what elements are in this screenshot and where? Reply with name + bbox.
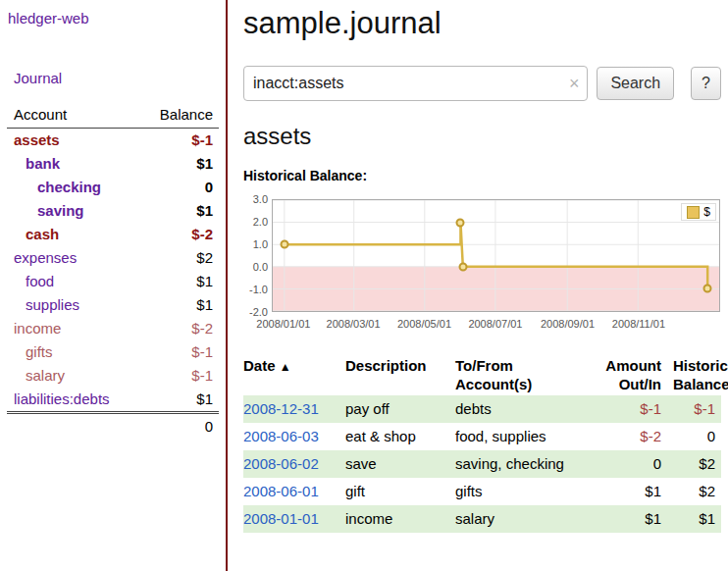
register-header-amount-line1: Amount [605,357,661,374]
account-link[interactable]: gifts [26,343,53,360]
accounts-header-row: Account Balance [7,106,219,129]
transaction-date-link[interactable]: 2008-12-31 [243,400,319,417]
x-tick-label: 2008/01/01 [256,318,310,330]
page-title: sample.journal [243,6,721,41]
search-box: × [243,66,588,101]
main-content: sample.journal × Search ? assets Histori… [243,0,721,533]
transaction-date-cell: 2008-01-01 [243,505,339,533]
y-tick-label: 3.0 [253,193,268,205]
account-link[interactable]: saving [37,202,84,219]
register-row: 2008-01-01 income salary $1 $1 [243,505,721,533]
app-brand-link[interactable]: hledger-web [8,10,226,26]
account-link[interactable]: salary [26,367,65,384]
register-row: 2008-06-01 gift gifts $1 $2 [243,478,721,505]
chart-data-point [280,240,288,249]
account-row: supplies $1 [7,293,219,317]
x-tick-label: 2008/11/01 [612,318,665,330]
account-link[interactable]: cash [26,226,59,242]
account-row: gifts $-1 [7,340,219,364]
transaction-accounts: salary [449,505,573,533]
clear-search-icon[interactable]: × [569,75,580,92]
y-tick-label: 2.0 [253,216,268,228]
account-name-cell: food [7,270,135,293]
account-balance: $-2 [135,317,219,340]
transaction-accounts: food, supplies [449,423,573,450]
account-row: bank $1 [7,152,219,176]
x-tick-label: 2008/09/01 [541,318,595,330]
register-header-balance-line1: Historical [673,357,728,374]
account-row: assets $-1 [7,129,219,153]
accounts-header-balance: Balance [135,106,219,129]
balance-chart: 3.02.01.00.0-1.0-2.0 $ 2008/01/012008/03… [243,199,721,333]
account-link[interactable]: supplies [26,296,79,313]
account-name-cell: salary [7,364,135,388]
register-row: 2008-06-03 eat & shop food, supplies $-2… [243,423,721,450]
account-row: expenses $2 [7,246,219,270]
account-name-cell: income [7,317,135,340]
transaction-date-cell: 2008-06-03 [243,423,339,450]
account-link[interactable]: food [26,273,54,289]
transaction-balance: $1 [667,505,721,533]
legend-swatch-icon [687,206,700,219]
transaction-date-cell: 2008-12-31 [243,395,339,423]
x-tick-label: 2008/05/01 [397,318,451,330]
accounts-table: Account Balance assets $-1 bank $1 check… [7,106,219,439]
account-name-cell: cash [7,223,135,246]
transaction-balance: 0 [667,423,721,450]
register-row: 2008-12-31 pay off debts $-1 $-1 [243,395,721,423]
register-header-description-label: Description [345,357,427,374]
register-header-date[interactable]: Date ▲ [243,354,339,395]
accounts-total: 0 [135,413,219,440]
register-header-amount-line2: Out/In [619,376,661,392]
transaction-description: pay off [339,395,449,423]
account-balance: $1 [135,293,219,317]
transaction-amount: $-2 [573,423,667,450]
accounts-body: assets $-1 bank $1 checking 0 saving $1 … [7,129,219,413]
register-header-date-label: Date [243,357,276,374]
account-link[interactable]: checking [37,179,101,195]
register-header-balance: Historical Balance [667,354,721,395]
y-tick-label: -1.0 [249,284,268,295]
account-balance: $-1 [135,340,219,364]
chart-data-point [703,285,712,293]
account-name-cell: assets [7,129,135,153]
account-name-cell: supplies [7,293,135,317]
legend-label: $ [703,205,710,219]
account-name-cell: liabilities:debts [7,388,135,413]
y-tick-label: 0.0 [253,261,268,273]
help-button[interactable]: ? [691,67,721,100]
transaction-date-link[interactable]: 2008-01-01 [243,510,319,527]
transaction-date-link[interactable]: 2008-06-01 [243,483,319,499]
account-link[interactable]: expenses [14,249,77,266]
transaction-amount: 0 [573,450,667,478]
transaction-amount: $1 [573,505,667,533]
register-header-accounts: To/From Account(s) [449,354,573,395]
account-name-cell: saving [7,199,135,223]
sidebar-journal-link[interactable]: Journal [14,70,226,86]
register-header-balance-line2: Balance [673,376,728,392]
transaction-date-link[interactable]: 2008-06-02 [243,455,319,472]
account-link[interactable]: income [14,320,61,337]
register-header-row: Date ▲ Description To/From Account(s) Am… [243,354,721,395]
account-balance: $1 [135,270,219,293]
search-button[interactable]: Search [597,67,674,100]
transaction-date-link[interactable]: 2008-06-03 [243,428,319,444]
account-name-cell: bank [7,152,135,176]
transaction-balance: $-1 [667,395,721,423]
search-input[interactable] [244,67,587,100]
account-link[interactable]: assets [14,131,60,148]
sort-ascending-icon: ▲ [280,360,291,374]
chart-y-axis: 3.02.01.00.0-1.0-2.0 [243,199,271,312]
account-row: salary $-1 [7,364,219,388]
search-form: × Search ? [243,66,721,101]
section-title: assets [243,123,721,150]
transaction-date-cell: 2008-06-01 [243,478,339,505]
transaction-description: income [339,505,449,533]
app-window: hledger-web Journal Account Balance asse… [0,0,728,571]
chart-plot-area: $ [272,199,720,312]
account-balance: $1 [135,388,219,413]
account-link[interactable]: bank [26,155,60,172]
account-link[interactable]: liabilities:debts [14,390,110,407]
transaction-description: gift [339,478,449,505]
y-tick-label: 1.0 [253,238,268,250]
